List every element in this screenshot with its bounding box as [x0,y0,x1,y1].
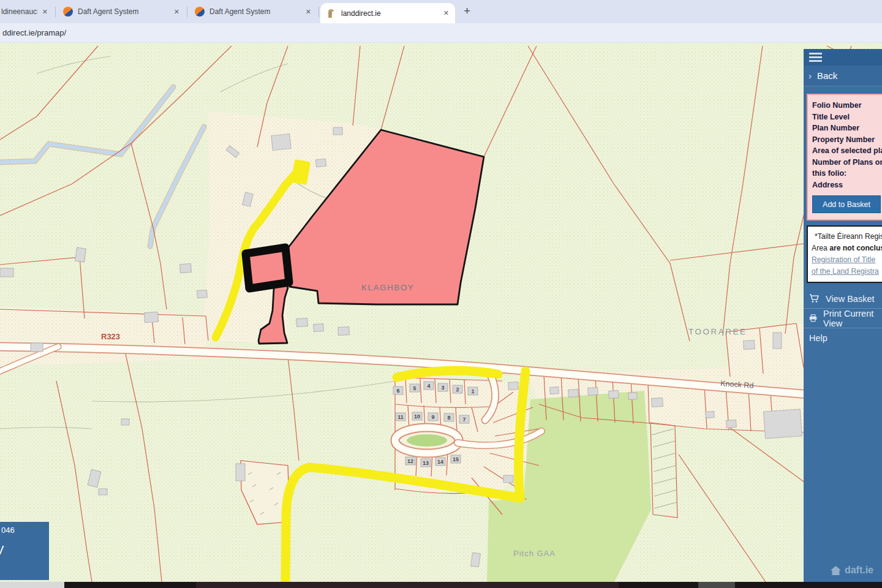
folio-field-6: Address [812,179,882,191]
harp-favicon [326,9,336,18]
plot-number-7: 7 [462,417,466,423]
map-tooltip-box: 046 V [0,522,49,580]
print-current-view-button[interactable]: Print Current View [804,308,882,328]
browser-tab-3[interactable]: landdirect.ie✕ [320,3,455,23]
plot-number-5: 5 [413,385,416,391]
plot-number-13: 13 [423,460,429,466]
print-label: Print Current View [823,309,882,328]
map-texture [0,43,882,582]
taskbar-segment-light [0,582,64,588]
label-r323: R323 [101,332,120,341]
label-klaghboy: KLAGHBOY [361,283,414,292]
bottom-taskbar-edge [0,582,882,588]
plot-number-2: 2 [456,386,459,393]
sidebar-header [804,49,882,66]
cart-icon [809,294,820,303]
green-oval [407,434,447,447]
land-registry-link[interactable]: of the Land Registra [812,266,882,277]
watermark-label: daft.ie [845,565,873,576]
tab-close-icon[interactable]: ✕ [174,9,179,15]
tab-close-icon[interactable]: ✕ [443,10,449,17]
daft-favicon [195,7,205,17]
annotation-rectangle[interactable] [246,247,289,288]
plot-number-9: 9 [431,414,434,420]
disclaimer-line1: *Tailte Éireann Registr [812,231,882,243]
browser-tab-1[interactable]: Daft Agent System✕ [57,0,186,23]
label-pitch-gaa: Pitch GAA [513,549,556,558]
back-button[interactable]: › Back [804,66,882,86]
folio-field-3: Property Number [812,134,882,146]
plot-number-14: 14 [437,459,443,465]
back-label: Back [817,70,837,81]
disclaimer-box: *Tailte Éireann Registr Area are not con… [807,225,882,283]
tab-close-icon[interactable]: ✕ [306,9,311,15]
disclaimer-line2: Area are not conclusiv [812,243,882,254]
registration-of-title-link[interactable]: Registration of Title [812,254,882,266]
browser-tab-2[interactable]: Daft Agent System✕ [189,0,317,23]
url-bar[interactable]: ddirect.ie/pramap/ [0,23,882,43]
browser-tab-0[interactable]: ldineenaucti✕ [0,0,54,23]
tab-divider [318,7,319,17]
taskbar-segment-gray [698,582,735,588]
folio-field-1: Title Level [812,111,882,123]
sidebar: › Back Folio NumberTitle LevelPlan Numbe… [804,49,882,582]
plot-number-6: 6 [396,388,399,394]
plot-number-1: 1 [471,388,474,394]
url-text[interactable]: ddirect.ie/pramap/ [2,28,66,37]
tooltip-line1: 046 [1,526,49,535]
tab-title: Daft Agent System [209,7,270,16]
folio-field-4: Area of selected plans [812,145,882,157]
plot-number-3: 3 [441,385,444,391]
browser-tab-bar: ldineenaucti✕Daft Agent System✕Daft Agen… [0,0,882,23]
daft-favicon [63,7,73,17]
plot-number-4: 4 [427,383,430,389]
tooltip-line2: V [0,543,49,557]
view-basket-label: View Basket [826,294,875,304]
printer-icon [809,314,817,323]
plot-number-10: 10 [414,413,420,420]
house-icon [830,565,842,576]
add-to-basket-button[interactable]: Add to Basket [812,195,881,213]
plot-number-11: 11 [398,414,404,420]
folio-field-5: Number of Plans on this folio: [812,157,882,179]
view-basket-button[interactable]: View Basket [804,289,882,308]
menu-icon[interactable] [809,53,822,62]
chevron-right-icon: › [809,70,812,81]
tab-close-icon[interactable]: ✕ [42,9,48,15]
new-tab-button[interactable]: + [464,4,470,18]
folio-field-0: Folio Number [812,100,882,111]
daft-watermark: daft.ie [830,565,873,576]
tab-title: landdirect.ie [341,9,381,18]
tab-divider [187,7,187,17]
plot-number-15: 15 [453,456,459,462]
folio-field-2: Plan Number [812,123,882,134]
plot-number-12: 12 [407,458,413,464]
tab-divider [55,7,56,17]
help-button[interactable]: Help [804,328,882,347]
map-canvas[interactable]: 654321111098712131415 R323 KLAGHBOY TOOR… [0,43,882,582]
label-tooraree: TOORAREE [688,327,747,336]
plot-number-8: 8 [447,415,450,421]
taskbar-segment-maroon [196,582,619,588]
tab-title: ldineenaucti [1,7,37,16]
help-label: Help [809,333,827,343]
tab-title: Daft Agent System [78,7,138,16]
folio-info-panel: Folio NumberTitle LevelPlan NumberProper… [807,94,882,221]
